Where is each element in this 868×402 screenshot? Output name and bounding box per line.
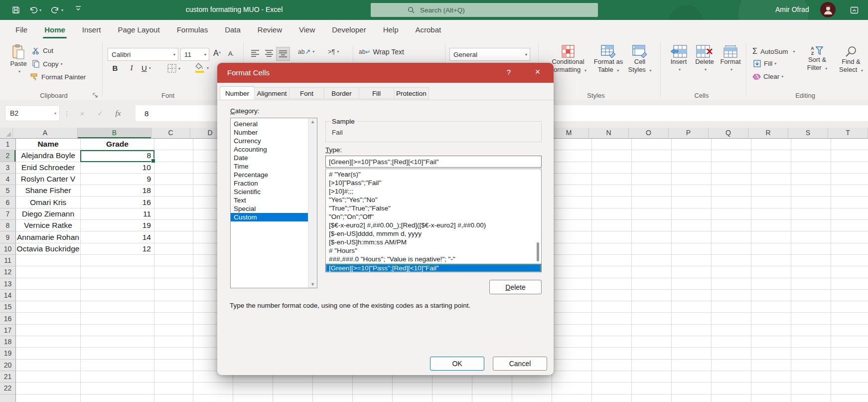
undo-dropdown[interactable]: ▾ <box>39 8 41 12</box>
cell-P6[interactable] <box>672 197 712 208</box>
format-code-item-6[interactable]: "On";"On";"Off" <box>326 212 541 221</box>
cell-B9[interactable]: 14 <box>81 231 154 243</box>
cell-Q3[interactable] <box>712 162 751 174</box>
cell-I23[interactable] <box>393 395 433 402</box>
cell-M11[interactable] <box>552 255 592 266</box>
copy-button[interactable]: Copy ▾ <box>32 60 63 68</box>
category-scrollbar[interactable]: ▲ ▼ <box>308 118 317 288</box>
cell-B17[interactable] <box>81 325 154 336</box>
cell-S15[interactable] <box>791 301 831 313</box>
cell-Q17[interactable] <box>712 325 751 336</box>
cell-S10[interactable] <box>791 243 831 255</box>
cell-S21[interactable] <box>791 371 831 383</box>
cell-P14[interactable] <box>672 290 712 301</box>
cell-O6[interactable] <box>632 197 672 208</box>
cell-R16[interactable] <box>751 313 791 324</box>
cell-Q23[interactable] <box>712 395 751 402</box>
format-code-item-1[interactable]: # "Year(s)" <box>326 170 541 179</box>
cell-C4[interactable] <box>154 174 193 185</box>
cell-S2[interactable] <box>791 150 831 162</box>
category-item-special[interactable]: Special <box>231 204 317 213</box>
cell-J22[interactable] <box>433 383 472 394</box>
cell-M9[interactable] <box>552 231 592 243</box>
row-header-1[interactable]: 1 <box>0 139 16 150</box>
ribbon-tab-data[interactable]: Data <box>216 20 249 40</box>
cell-M18[interactable] <box>552 336 592 348</box>
format-as-table-button[interactable]: Format as Table ▾ <box>590 45 627 75</box>
cell-T12[interactable] <box>831 266 868 278</box>
cell-Q1[interactable] <box>712 139 751 150</box>
cell-B1[interactable]: Grade <box>81 139 154 150</box>
category-item-text[interactable]: Text <box>231 196 317 204</box>
cell-R6[interactable] <box>751 197 791 208</box>
cell-P9[interactable] <box>672 231 712 243</box>
row-header-19[interactable]: 19 <box>0 348 16 359</box>
ribbon-tab-view[interactable]: View <box>290 20 323 40</box>
cell-R14[interactable] <box>751 290 791 301</box>
ribbon-tab-home[interactable]: Home <box>36 20 74 40</box>
cell-N1[interactable] <box>592 139 632 150</box>
cell-T22[interactable] <box>831 383 868 394</box>
row-header-20[interactable]: 20 <box>0 360 16 371</box>
cell-T5[interactable] <box>831 185 868 197</box>
paste-button[interactable]: Paste ▾ <box>6 44 31 76</box>
cell-A21[interactable] <box>16 371 81 383</box>
row-header-13[interactable]: 13 <box>0 278 16 290</box>
cell-O3[interactable] <box>632 162 672 174</box>
cell-O2[interactable] <box>632 150 672 162</box>
cell-E23[interactable] <box>233 395 273 402</box>
cell-T14[interactable] <box>831 290 868 301</box>
cell-P23[interactable] <box>672 395 712 402</box>
name-box-splitter[interactable]: ⋮ <box>63 105 71 121</box>
cell-A9[interactable]: Annamarie Rohan <box>16 231 81 243</box>
cell-R19[interactable] <box>751 348 791 359</box>
cell-O12[interactable] <box>632 266 672 278</box>
cell-N19[interactable] <box>592 348 632 359</box>
cell-B21[interactable] <box>81 371 154 383</box>
cell-P11[interactable] <box>672 255 712 266</box>
codes-scrollbar-thumb[interactable] <box>537 242 539 261</box>
cell-B10[interactable]: 12 <box>81 243 154 255</box>
cell-I22[interactable] <box>393 383 433 394</box>
cell-K22[interactable] <box>472 383 512 394</box>
cell-P22[interactable] <box>672 383 712 394</box>
category-item-percentage[interactable]: Percentage <box>231 171 317 179</box>
cell-T16[interactable] <box>831 313 868 324</box>
column-header-R[interactable]: R <box>748 128 788 139</box>
wrap-text-button[interactable]: ab↵ Wrap Text <box>359 48 404 56</box>
find-select-button[interactable]: Find & Select ▾ <box>836 46 866 75</box>
paste-dropdown[interactable]: ▾ <box>8 68 31 76</box>
row-header-23[interactable] <box>0 395 16 402</box>
ribbon-tab-help[interactable]: Help <box>375 20 407 40</box>
cell-B11[interactable] <box>81 255 154 266</box>
cell-S19[interactable] <box>791 348 831 359</box>
cell-C11[interactable] <box>154 255 193 266</box>
cell-R1[interactable] <box>751 139 791 150</box>
cell-O8[interactable] <box>632 220 672 231</box>
sort-filter-button[interactable]: AZ Sort & Filter ▾ <box>801 46 833 73</box>
avatar[interactable] <box>820 2 836 17</box>
cell-Q16[interactable] <box>712 313 751 324</box>
row-header-12[interactable]: 12 <box>0 266 16 278</box>
cell-P1[interactable] <box>672 139 712 150</box>
cell-A18[interactable] <box>16 336 81 348</box>
ribbon-tab-page-layout[interactable]: Page Layout <box>109 20 168 40</box>
cell-M6[interactable] <box>552 197 592 208</box>
cell-S18[interactable] <box>791 336 831 348</box>
format-code-item-7[interactable]: [$€-x-euro2] #,##0.00_);[Red]([$€-x-euro… <box>326 221 541 229</box>
category-item-time[interactable]: Time <box>231 162 317 171</box>
cell-O22[interactable] <box>632 383 672 394</box>
cell-R2[interactable] <box>751 150 791 162</box>
cell-S3[interactable] <box>791 162 831 174</box>
cell-S20[interactable] <box>791 360 831 371</box>
cell-B23[interactable] <box>81 395 154 402</box>
cell-T19[interactable] <box>831 348 868 359</box>
cell-R3[interactable] <box>751 162 791 174</box>
column-header-A[interactable]: A <box>13 128 78 139</box>
cell-F23[interactable] <box>273 395 313 402</box>
scroll-up-icon[interactable]: ▲ <box>308 119 317 124</box>
cell-P10[interactable] <box>672 243 712 255</box>
cell-styles-button[interactable]: Cell Styles ▾ <box>626 45 654 75</box>
cell-P5[interactable] <box>672 185 712 197</box>
save-button[interactable] <box>12 4 20 15</box>
